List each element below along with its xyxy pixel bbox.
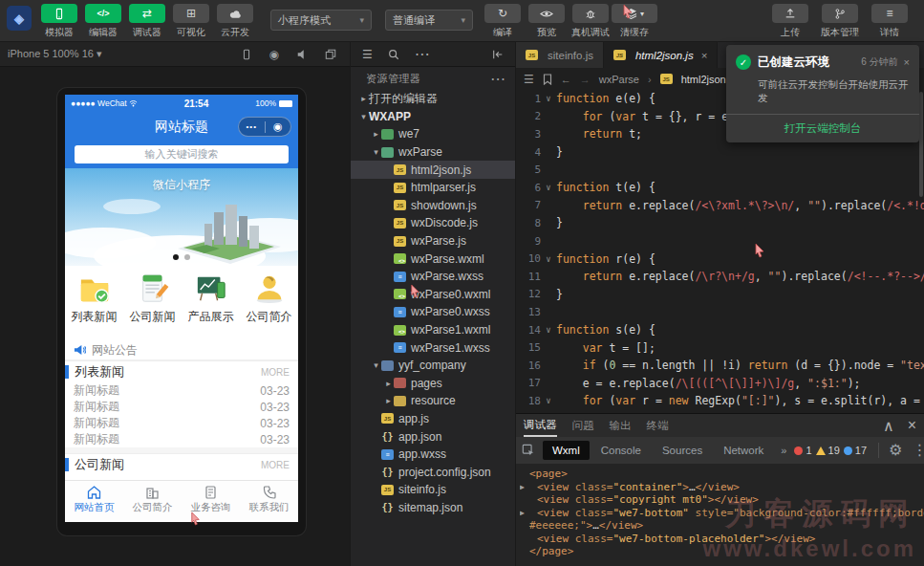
tree-item[interactable]: {}sitemap.json — [351, 499, 515, 517]
news-list-item[interactable]: 新闻标题03-23 — [65, 399, 298, 415]
close-miniprogram-icon[interactable]: ◉ — [266, 120, 291, 133]
debugger-tab-调试器[interactable]: 调试器 — [524, 414, 557, 437]
debugger-button[interactable]: ⇄调试器 — [125, 4, 169, 39]
devtools-tab-wxml[interactable]: Wxml — [543, 441, 590, 460]
section-more-link[interactable]: MORE — [261, 460, 290, 470]
cloud-dev-button[interactable]: 云开发 — [213, 4, 257, 39]
editor-tab[interactable]: JShtml2json.js× — [604, 42, 718, 68]
tree-item[interactable]: ≡wxParse.wxss — [351, 268, 515, 286]
devtools-tab-console[interactable]: Console — [591, 441, 651, 460]
fold-arrow-icon[interactable]: ∨ — [541, 254, 556, 264]
tree-item[interactable]: JShtml2json.js — [351, 161, 515, 179]
sound-icon[interactable] — [296, 49, 308, 60]
back-icon[interactable]: ← — [561, 74, 571, 85]
outline-menu-icon[interactable]: ☰ — [362, 49, 373, 60]
tree-item[interactable]: ▸打开的编辑器 — [351, 90, 515, 108]
editor-button[interactable]: </>编辑器 — [81, 4, 125, 39]
real-device-debug-button[interactable]: 真机调试 — [569, 4, 612, 39]
more-menu-icon[interactable]: ••• — [239, 122, 265, 131]
grid-entry-folder-check[interactable]: 列表新闻 — [65, 272, 123, 340]
warning-badge[interactable]: 19 — [816, 445, 840, 456]
more-options-icon[interactable]: ⋮ — [912, 443, 924, 458]
info-badge[interactable]: 17 — [844, 445, 867, 456]
tree-item[interactable]: ▸pages — [351, 375, 515, 393]
rotate-device-icon[interactable] — [241, 49, 252, 60]
editor-tab[interactable]: JSsiteinfo.js — [516, 42, 604, 68]
tree-item[interactable]: <>wxParse.wxml — [351, 250, 515, 268]
compile-button[interactable]: ↻编译 — [481, 4, 525, 39]
grid-entry-doc-pencil[interactable]: 公司新闻 — [123, 272, 182, 340]
tree-item[interactable]: ▸resource — [351, 392, 515, 410]
phone-tab-contact[interactable]: 联系我们 — [240, 485, 298, 522]
wxml-node[interactable]: <page> — [520, 468, 924, 481]
chevron-right-icon[interactable]: ▸ — [383, 379, 394, 388]
fold-arrow-icon[interactable]: ∨ — [541, 325, 556, 335]
grid-entry-board[interactable]: 产品展示 — [182, 272, 240, 340]
tree-item[interactable]: JSapp.js — [351, 410, 515, 428]
open-cloud-console-button[interactable]: 打开云端控制台 — [726, 114, 919, 142]
simulator-button[interactable]: 模拟器 — [37, 4, 81, 39]
editor-scrollbar[interactable] — [919, 92, 923, 197]
tree-item[interactable]: <>wxParse0.wxml — [351, 286, 515, 304]
chevron-down-icon[interactable]: ▾ — [371, 147, 381, 157]
tree-item[interactable]: JSshowdown.js — [351, 197, 515, 215]
close-tab-icon[interactable]: × — [701, 50, 708, 61]
tree-item[interactable]: <>wxParse1.wxml — [351, 321, 515, 339]
forward-icon[interactable]: → — [580, 74, 591, 85]
devtools-tab-sources[interactable]: Sources — [653, 441, 712, 460]
phone-tab-doc[interactable]: 业务咨询 — [182, 485, 240, 522]
site-notice[interactable]: 网站公告 — [65, 340, 298, 360]
explorer-more-icon[interactable]: ⋯ — [490, 70, 505, 88]
compile-mode-dropdown[interactable]: 普通编译 ▾ — [385, 10, 473, 31]
expand-arrow-icon[interactable]: ▶ — [520, 507, 529, 520]
debugger-tab-问题[interactable]: 问题 — [572, 414, 594, 437]
editor-menu-icon[interactable]: ☰ — [524, 74, 534, 85]
phone-tab-building[interactable]: 公司简介 — [123, 485, 182, 522]
tree-item[interactable]: JShtmlparser.js — [351, 179, 515, 197]
tree-item[interactable]: JSsiteinfo.js — [351, 481, 515, 499]
clear-cache-button[interactable]: ▾清缓存 — [612, 4, 656, 39]
wxml-node[interactable]: </page> — [520, 545, 924, 558]
tree-item[interactable]: JSwxParse.js — [351, 232, 515, 250]
tree-item[interactable]: ≡wxParse0.wxss — [351, 303, 515, 321]
fold-arrow-icon[interactable]: ∨ — [541, 94, 556, 103]
settings-gear-icon[interactable]: ⚙ — [889, 443, 902, 458]
tree-item[interactable]: ≡app.wxss — [351, 446, 515, 464]
multi-window-icon[interactable] — [325, 49, 336, 60]
chevron-down-icon[interactable]: ▾ — [371, 360, 381, 370]
preview-button[interactable]: 预览 — [525, 4, 569, 39]
toast-close-icon[interactable]: × — [904, 56, 910, 68]
debugger-tab-输出[interactable]: 输出 — [610, 414, 632, 437]
capsule-menu[interactable]: ••• ◉ — [238, 117, 291, 137]
fold-arrow-icon[interactable]: ∨ — [541, 183, 556, 192]
wxml-node[interactable]: ▶<view class="container">…</view> — [520, 481, 924, 494]
section-more-link[interactable]: MORE — [261, 367, 290, 378]
fold-arrow-icon[interactable]: ∨ — [541, 396, 556, 405]
tree-item[interactable]: ≡wxParse1.wxss — [351, 338, 515, 357]
search-input[interactable]: 输入关键词搜索 — [75, 145, 289, 163]
tree-item[interactable]: ▾WXAPP — [351, 108, 515, 126]
more-tabs-icon[interactable]: » — [775, 445, 792, 456]
upload-button[interactable]: 上传 — [765, 4, 815, 39]
chevron-right-icon[interactable]: ▸ — [371, 129, 381, 139]
wxml-node[interactable]: #eeeeee;">…</view> — [520, 519, 924, 533]
details-button[interactable]: ≡详情 — [865, 4, 914, 39]
news-list-item[interactable]: 新闻标题03-23 — [65, 431, 298, 447]
chevron-right-icon[interactable]: ▸ — [383, 396, 394, 405]
mode-dropdown[interactable]: 小程序模式 ▾ — [270, 10, 372, 31]
grid-entry-person[interactable]: 公司简介 — [240, 272, 298, 340]
chevron-down-icon[interactable]: ▾ — [358, 112, 369, 121]
wxml-node[interactable]: ▶<view class="we7-bottom" style="backgro… — [520, 507, 924, 520]
visualize-button[interactable]: ⊞可视化 — [169, 4, 213, 39]
tree-item[interactable]: ▾yyf_company — [351, 357, 515, 375]
breadcrumb-folder[interactable]: wxParse — [599, 74, 639, 85]
phone-tab-home[interactable]: 网站首页 — [65, 485, 123, 522]
more-actions-icon[interactable]: ⋯ — [415, 47, 430, 62]
search-icon[interactable] — [388, 49, 399, 60]
banner-carousel[interactable]: 微信小程序 — [65, 168, 298, 266]
tree-item[interactable]: {}app.json — [351, 427, 515, 446]
bookmark-icon[interactable] — [543, 74, 552, 85]
inspect-element-icon[interactable] — [522, 444, 535, 457]
version-management-button[interactable]: 版本管理 — [815, 4, 865, 39]
tree-item[interactable]: ▸we7 — [351, 125, 515, 143]
